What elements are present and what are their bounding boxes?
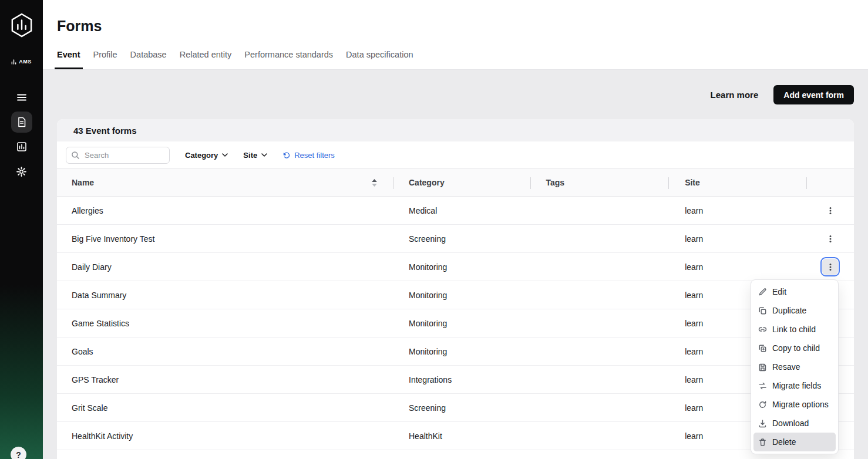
cell-name: GPS Tracker <box>57 366 394 393</box>
menu-item-migrate-options[interactable]: Migrate options <box>753 395 836 414</box>
cell-tags <box>531 225 669 252</box>
cell-name: Game Statistics <box>57 309 394 337</box>
cell-category: Integrations <box>394 366 531 393</box>
cell-name: Goals <box>57 338 394 365</box>
search-icon <box>71 151 80 160</box>
cell-category: Monitoring <box>394 253 531 281</box>
add-event-form-button[interactable]: Add event form <box>773 85 854 104</box>
table-row[interactable]: Daily Diary Monitoring learn <box>57 253 854 281</box>
column-header-site: Site <box>669 169 807 196</box>
tab-bar: Event Profile Database Related entity Pe… <box>55 44 416 69</box>
sidebar: AMS <box>0 0 43 459</box>
table-row[interactable]: GPS Tracker Integrations learn <box>57 366 854 394</box>
tab-database[interactable]: Database <box>128 44 169 69</box>
cell-category: Monitoring <box>394 309 531 337</box>
cell-name: Big Five Inventory Test <box>57 225 394 252</box>
cell-category: Monitoring <box>394 338 531 365</box>
table-body: Allergies Medical learn Big Five Invento… <box>57 197 854 450</box>
row-kebab-menu-icon[interactable] <box>822 231 838 247</box>
app-window: AMS <box>0 0 868 459</box>
menu-item-delete[interactable]: Delete <box>753 433 836 451</box>
table-row[interactable]: Big Five Inventory Test Screening learn <box>57 225 854 253</box>
menu-item-download[interactable]: Download <box>753 414 836 433</box>
cell-site: learn <box>669 225 807 252</box>
brand-label: AMS <box>11 59 32 65</box>
event-forms-card: 43 Event forms Category <box>57 119 854 459</box>
tab-event[interactable]: Event <box>55 44 83 69</box>
download-icon <box>758 419 767 428</box>
search-input[interactable] <box>66 147 170 164</box>
search-field-wrap <box>66 147 170 164</box>
sort-icon[interactable] <box>371 178 378 187</box>
row-context-menu: Edit Duplicate Link to child Copy to chi… <box>751 279 839 454</box>
menu-item-duplicate[interactable]: Duplicate <box>753 301 836 320</box>
migrate-options-icon <box>758 400 767 409</box>
link-icon <box>758 325 767 334</box>
reset-filters-button[interactable]: Reset filters <box>282 151 335 160</box>
brand-bars-icon <box>11 59 16 65</box>
cell-tags <box>531 422 669 450</box>
table-header: Name Category Tags Site <box>57 168 854 197</box>
page-title: Forms <box>57 18 102 35</box>
cell-site: learn <box>669 197 807 224</box>
table-row[interactable]: Allergies Medical learn <box>57 197 854 225</box>
refresh-icon <box>282 151 290 159</box>
column-header-name[interactable]: Name <box>57 169 394 196</box>
content-area: Learn more Add event form 43 Event forms <box>43 70 868 459</box>
card-title: 43 Event forms <box>73 126 137 136</box>
row-kebab-menu-icon[interactable] <box>822 203 838 218</box>
row-kebab-menu-icon-active[interactable] <box>822 259 838 275</box>
app-logo[interactable] <box>11 13 33 40</box>
site-filter-label: Site <box>243 151 257 160</box>
category-filter-label: Category <box>185 151 218 160</box>
settings-icon[interactable] <box>11 161 32 182</box>
cell-name: Daily Diary <box>57 253 394 281</box>
tab-profile[interactable]: Profile <box>91 44 120 69</box>
table-row[interactable]: Game Statistics Monitoring learn <box>57 309 854 338</box>
cell-category: Monitoring <box>394 281 531 309</box>
menu-icon[interactable] <box>11 87 32 108</box>
chevron-down-icon <box>222 153 228 157</box>
table-row[interactable]: Grit Scale Screening learn <box>57 394 854 422</box>
cell-name: HealthKit Activity <box>57 422 394 450</box>
forms-icon[interactable] <box>11 112 32 133</box>
table-row[interactable]: Goals Monitoring learn <box>57 338 854 366</box>
copy-icon <box>758 344 767 353</box>
cell-category: Medical <box>394 197 531 224</box>
brand-text: AMS <box>19 59 32 65</box>
sidebar-nav <box>11 87 32 182</box>
column-header-tags: Tags <box>531 169 669 196</box>
reports-icon[interactable] <box>11 136 32 157</box>
filter-toolbar: Category Site <box>57 141 854 168</box>
table-row[interactable]: HealthKit Activity HealthKit learn <box>57 422 854 450</box>
category-filter-dropdown[interactable]: Category <box>185 151 228 160</box>
reset-filters-label: Reset filters <box>294 151 335 160</box>
help-icon[interactable]: ? <box>11 447 26 459</box>
duplicate-icon <box>758 306 767 315</box>
pencil-icon <box>758 288 767 296</box>
card-header: 43 Event forms <box>57 119 854 141</box>
cell-site: learn <box>669 253 807 281</box>
cell-category: Screening <box>394 225 531 252</box>
learn-more-link[interactable]: Learn more <box>711 90 759 100</box>
column-header-actions <box>807 169 854 196</box>
cell-category: Screening <box>394 394 531 421</box>
menu-item-copy-to-child[interactable]: Copy to child <box>753 339 836 357</box>
menu-item-edit[interactable]: Edit <box>753 282 836 301</box>
tab-related-entity[interactable]: Related entity <box>177 44 234 69</box>
cell-tags <box>531 394 669 421</box>
menu-item-migrate-fields[interactable]: Migrate fields <box>753 376 836 395</box>
menu-item-resave[interactable]: Resave <box>753 357 836 376</box>
cell-tags <box>531 197 669 224</box>
table-row[interactable]: Data Summary Monitoring learn <box>57 281 854 309</box>
chevron-down-icon <box>261 153 267 157</box>
tab-performance-standards[interactable]: Performance standards <box>242 44 335 69</box>
site-filter-dropdown[interactable]: Site <box>243 151 267 160</box>
tab-data-specification[interactable]: Data specification <box>344 44 415 69</box>
cell-tags <box>531 338 669 365</box>
cell-category: HealthKit <box>394 422 531 450</box>
page-header: Forms Event Profile Database Related ent… <box>43 0 868 70</box>
migrate-fields-icon <box>758 382 767 390</box>
menu-item-link-to-child[interactable]: Link to child <box>753 320 836 339</box>
cell-tags <box>531 281 669 309</box>
